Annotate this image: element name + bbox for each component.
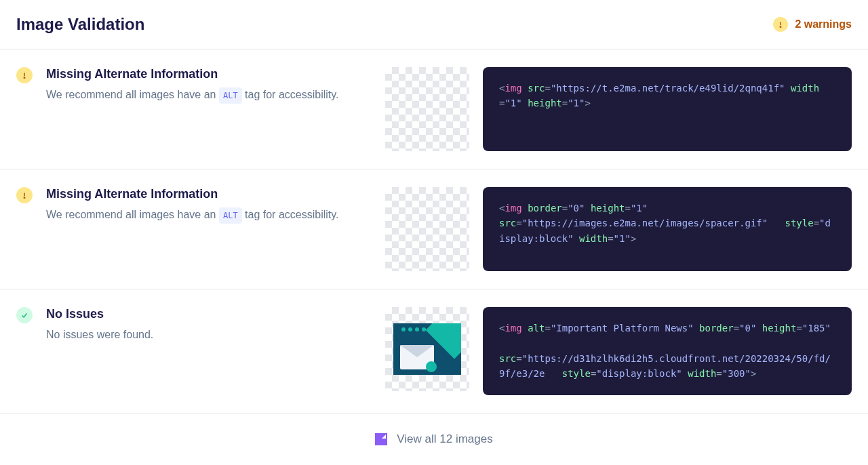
validation-row: Missing Alternate InformationWe recommen…: [0, 49, 868, 169]
external-link-icon: [375, 433, 387, 445]
validation-row: No IssuesNo issues were found.<img alt="…: [0, 289, 868, 413]
svg-point-3: [24, 77, 25, 79]
row-description: No issues were found.: [46, 327, 372, 343]
footer: View all 12 images: [0, 413, 868, 465]
warning-icon: [16, 67, 33, 83]
image-thumbnail[interactable]: [385, 67, 469, 151]
row-title: Missing Alternate Information: [46, 187, 372, 201]
svg-point-1: [781, 26, 782, 28]
warnings-count: 2 warnings: [795, 18, 852, 31]
row-title: Missing Alternate Information: [46, 67, 372, 81]
row-description: We recommend all images have an ALT tag …: [46, 207, 372, 224]
code-block[interactable]: <img src="https://t.e2ma.net/track/e49li…: [483, 67, 852, 151]
row-description: We recommend all images have an ALT tag …: [46, 87, 372, 104]
row-text: No IssuesNo issues were found.: [46, 307, 372, 343]
validation-row: Missing Alternate InformationWe recommen…: [0, 169, 868, 289]
row-text: Missing Alternate InformationWe recommen…: [46, 187, 372, 224]
alt-tag-badge: ALT: [219, 87, 242, 104]
success-icon: [16, 307, 33, 323]
warning-icon: [773, 17, 788, 32]
warning-icon: [16, 187, 33, 203]
code-block[interactable]: <img alt="Important Platform News" borde…: [483, 307, 852, 395]
view-all-link[interactable]: View all 12 images: [375, 432, 492, 446]
alt-tag-badge: ALT: [219, 207, 242, 224]
svg-point-5: [24, 197, 25, 199]
warnings-badge[interactable]: 2 warnings: [773, 17, 852, 32]
row-title: No Issues: [46, 307, 372, 321]
page-title: Image Validation: [16, 15, 144, 34]
image-thumbnail[interactable]: [385, 187, 469, 271]
image-thumbnail[interactable]: [385, 307, 469, 391]
row-text: Missing Alternate InformationWe recommen…: [46, 67, 372, 104]
code-block[interactable]: <img border="0" height="1" src="https://…: [483, 187, 852, 271]
header: Image Validation 2 warnings: [0, 0, 868, 49]
view-all-text: View all 12 images: [397, 432, 492, 446]
